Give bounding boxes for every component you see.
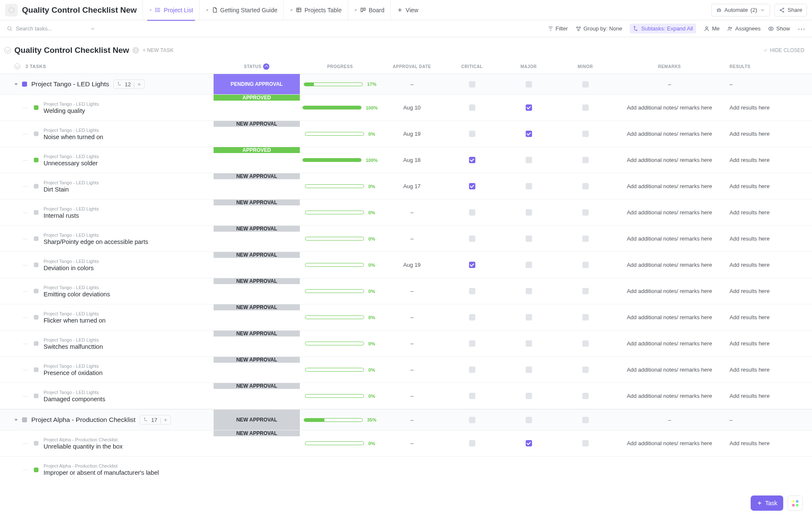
- results-cell[interactable]: Add results here: [725, 278, 776, 304]
- results-cell[interactable]: Add results here: [725, 383, 776, 409]
- task-row[interactable]: Project Tango - LED LightsEmitting color…: [0, 278, 812, 304]
- col-header-minor[interactable]: MINOR: [557, 64, 614, 69]
- task-row[interactable]: Project Alpha - Production ChecklistUnre…: [0, 430, 812, 457]
- collapse-all-toggle[interactable]: [14, 63, 20, 69]
- task-row[interactable]: Project Tango - LED LightsInternal rusts…: [0, 200, 812, 226]
- status-swatch[interactable]: [34, 105, 38, 110]
- checkbox[interactable]: [582, 157, 589, 163]
- task-row[interactable]: Project Alpha - Production ChecklistImpr…: [0, 457, 812, 483]
- checkbox[interactable]: [469, 314, 475, 320]
- results-cell[interactable]: Add results here: [725, 304, 776, 330]
- results-cell[interactable]: Add results here: [725, 147, 776, 173]
- status-swatch[interactable]: [34, 289, 38, 293]
- date-cell[interactable]: Aug 17: [380, 173, 444, 199]
- status-swatch[interactable]: [34, 263, 38, 267]
- search-input[interactable]: [16, 25, 87, 32]
- checkbox[interactable]: [526, 314, 532, 320]
- task-row[interactable]: Project Tango - LED LightsPresence of ox…: [0, 357, 812, 383]
- checkbox[interactable]: [469, 131, 475, 137]
- results-cell[interactable]: Add results here: [725, 226, 776, 252]
- task-name-cell[interactable]: Project Tango - LED LightsSharp/Pointy e…: [4, 226, 214, 252]
- date-cell[interactable]: [380, 457, 444, 483]
- plus-icon[interactable]: +: [164, 416, 167, 423]
- remarks-cell[interactable]: Add additional notes/ remarks here: [614, 252, 725, 278]
- task-name-cell[interactable]: Project Tango - LED LightsDeviation in c…: [4, 252, 214, 278]
- checkbox[interactable]: [469, 104, 475, 111]
- subtask-count-badge[interactable]: 12|+: [113, 79, 145, 89]
- group-row[interactable]: Project Tango - LED Lights12|+PENDING AP…: [0, 74, 812, 95]
- col-header-status[interactable]: STATUS: [214, 63, 300, 70]
- checkbox[interactable]: [526, 131, 532, 137]
- status-cell[interactable]: NEW APPROVAL: [214, 410, 300, 430]
- results-cell[interactable]: –: [725, 417, 776, 423]
- checkbox[interactable]: [582, 81, 589, 88]
- results-cell[interactable]: Add results here: [725, 252, 776, 278]
- task-name-cell[interactable]: Project Alpha - Production ChecklistImpr…: [4, 457, 214, 483]
- checkbox[interactable]: [469, 288, 475, 294]
- checkbox[interactable]: [582, 131, 589, 137]
- remarks-cell[interactable]: –: [614, 81, 725, 88]
- tab-projects-table[interactable]: Projects Table: [283, 0, 348, 20]
- date-cell[interactable]: –: [380, 304, 444, 330]
- checkbox[interactable]: [582, 288, 589, 294]
- status-cell[interactable]: NEW APPROVAL: [214, 278, 300, 284]
- progress-cell[interactable]: 0%: [300, 200, 380, 225]
- checkbox[interactable]: [469, 235, 475, 242]
- status-cell[interactable]: NEW APPROVAL: [214, 173, 300, 179]
- date-cell[interactable]: Aug 19: [380, 252, 444, 278]
- status-swatch[interactable]: [34, 341, 38, 346]
- status-swatch[interactable]: [34, 468, 38, 472]
- remarks-cell[interactable]: Add additional notes/ remarks here: [614, 304, 725, 330]
- checkbox[interactable]: [582, 393, 589, 399]
- chevron-down-icon[interactable]: [90, 26, 96, 32]
- task-row[interactable]: Project Tango - LED LightsSharp/Pointy e…: [0, 226, 812, 252]
- tab-board[interactable]: Board: [348, 0, 390, 20]
- checkbox[interactable]: [526, 81, 532, 88]
- checkbox[interactable]: [526, 417, 532, 423]
- status-cell[interactable]: NEW APPROVAL: [214, 226, 300, 232]
- progress-cell[interactable]: 35%: [300, 417, 380, 422]
- remarks-cell[interactable]: Add additional notes/ remarks here: [614, 430, 725, 456]
- date-cell[interactable]: –: [380, 226, 444, 252]
- status-cell[interactable]: NEW APPROVAL: [214, 331, 300, 337]
- subtasks-button[interactable]: Subtasks: Expand All: [630, 24, 696, 33]
- task-name-cell[interactable]: Project Tango - LED LightsEmitting color…: [4, 278, 214, 304]
- progress-cell[interactable]: 0%: [300, 278, 380, 304]
- status-cell[interactable]: NEW APPROVAL: [214, 200, 300, 205]
- status-cell[interactable]: NEW APPROVAL: [214, 357, 300, 363]
- progress-cell[interactable]: 0%: [300, 331, 380, 356]
- status-swatch[interactable]: [34, 315, 38, 320]
- checkbox[interactable]: [469, 367, 475, 373]
- task-row[interactable]: Project Tango - LED LightsDirt StainNEW …: [0, 173, 812, 200]
- checkbox[interactable]: [526, 157, 532, 163]
- date-cell[interactable]: Aug 18: [380, 147, 444, 173]
- results-cell[interactable]: Add results here: [725, 200, 776, 225]
- date-cell[interactable]: Aug 10: [380, 95, 444, 120]
- task-row[interactable]: Project Tango - LED LightsUnnecessary so…: [0, 147, 812, 173]
- checkbox[interactable]: [526, 183, 532, 189]
- filter-button[interactable]: Filter: [548, 25, 568, 32]
- col-header-major[interactable]: MAJOR: [500, 64, 557, 69]
- status-cell[interactable]: APPROVED: [214, 147, 300, 153]
- checkbox[interactable]: [526, 340, 532, 347]
- progress-cell[interactable]: 100%: [300, 95, 380, 120]
- task-name-cell[interactable]: Project Tango - LED LightsDirt Stain: [4, 173, 214, 199]
- new-task-button[interactable]: + NEW TASK: [143, 47, 173, 53]
- progress-cell[interactable]: 0%: [300, 252, 380, 278]
- date-cell[interactable]: Aug 19: [380, 121, 444, 147]
- checkbox[interactable]: [582, 367, 589, 373]
- results-cell[interactable]: Add results here: [725, 121, 776, 147]
- task-name-cell[interactable]: Project Tango - LED LightsWelding qualit…: [4, 95, 214, 120]
- status-swatch[interactable]: [34, 158, 38, 162]
- checkbox[interactable]: [582, 262, 589, 268]
- status-swatch[interactable]: [34, 131, 38, 136]
- progress-cell[interactable]: 0%: [300, 226, 380, 252]
- task-name-cell[interactable]: Project Tango - LED LightsDamaged compon…: [4, 383, 214, 409]
- status-cell[interactable]: NEW APPROVAL: [214, 252, 300, 258]
- status-cell[interactable]: PENDING APPROVAL: [214, 74, 300, 94]
- checkbox[interactable]: [582, 440, 589, 446]
- progress-cell[interactable]: 0%: [300, 304, 380, 330]
- task-name-cell[interactable]: Project Alpha - Production ChecklistUnre…: [4, 430, 214, 456]
- checkbox[interactable]: [469, 440, 475, 446]
- group-title-area[interactable]: Project Alpha - Production Checklist17|+: [4, 415, 214, 424]
